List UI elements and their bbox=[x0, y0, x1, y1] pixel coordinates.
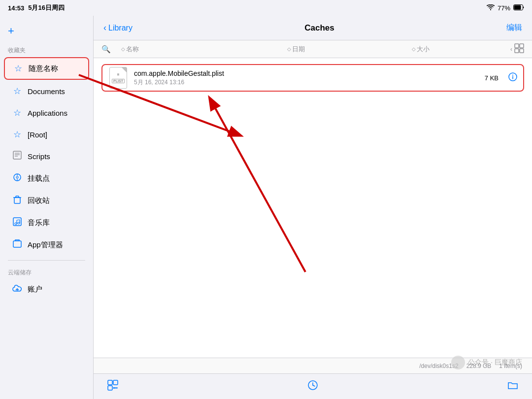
name-sort-arrow: ◇ bbox=[121, 46, 125, 52]
sidebar-label-root: [Root] bbox=[28, 131, 47, 139]
sidebar-item-scripts[interactable]: Scripts bbox=[4, 146, 89, 167]
main-content: ‹ Library Caches 编辑 🔍 ◇ 名称 ◇ 日期 bbox=[94, 16, 532, 399]
col-size-header[interactable]: ◇ 大小 bbox=[412, 45, 495, 54]
bottom-toolbar bbox=[94, 373, 532, 399]
file-info-button-0[interactable] bbox=[508, 72, 517, 83]
svg-rect-25 bbox=[515, 49, 519, 53]
trash-icon bbox=[12, 195, 23, 206]
file-list: ≡ PLIST com.apple.MobileGestalt.plist 5月… bbox=[94, 58, 532, 358]
content-area: + 收藏夹 ☆ 随意名称 ☆ Documents ☆ Applications … bbox=[0, 16, 532, 399]
star-icon-root: ☆ bbox=[12, 129, 23, 140]
sidebar-item-music[interactable]: 音乐库 bbox=[4, 212, 89, 233]
sidebar-item-custom[interactable]: ☆ 随意名称 bbox=[4, 57, 89, 80]
wifi-icon bbox=[487, 3, 495, 12]
edit-button[interactable]: 编辑 bbox=[506, 23, 522, 33]
music-icon bbox=[12, 217, 23, 229]
chevron-left-view-icon: ‹ bbox=[510, 46, 512, 53]
column-headers: 🔍 ◇ 名称 ◇ 日期 ◇ 大小 ‹ bbox=[94, 40, 532, 58]
col-date-header[interactable]: ◇ 日期 bbox=[287, 45, 412, 54]
svg-point-7 bbox=[16, 176, 18, 178]
watermark-icon bbox=[451, 356, 465, 369]
sidebar-divider bbox=[8, 260, 85, 261]
add-button[interactable]: + bbox=[0, 20, 93, 42]
sidebar-label-appmanager: App管理器 bbox=[28, 240, 63, 250]
toolbar-grid-button[interactable] bbox=[105, 378, 120, 395]
sidebar-label-applications: Applications bbox=[28, 109, 67, 117]
svg-point-28 bbox=[512, 75, 513, 76]
sidebar-label-music: 音乐库 bbox=[28, 218, 50, 228]
back-label: Library bbox=[108, 24, 133, 33]
watermark: 公众号 · 巨魔商店 bbox=[451, 356, 522, 369]
file-date-0: 5月 16, 2024 13:16 bbox=[134, 78, 479, 87]
sidebar-item-appmanager[interactable]: App管理器 bbox=[4, 234, 89, 256]
svg-line-37 bbox=[313, 385, 315, 386]
plus-icon: + bbox=[8, 25, 14, 37]
date-sort-arrow: ◇ bbox=[287, 46, 291, 52]
status-right: 77% bbox=[487, 3, 524, 12]
status-bar: 14:53 5月16日周四 77% bbox=[0, 0, 532, 16]
file-info-0: com.apple.MobileGestalt.plist 5月 16, 202… bbox=[134, 69, 479, 87]
svg-rect-21 bbox=[13, 241, 21, 247]
nav-header: ‹ Library Caches 编辑 bbox=[94, 16, 532, 40]
svg-rect-24 bbox=[520, 44, 524, 48]
favorites-section-title: 收藏夹 bbox=[0, 42, 93, 57]
cloud-section-title: 云端储存 bbox=[0, 265, 93, 279]
file-size-0: 7 KB bbox=[485, 74, 502, 82]
col-name-header[interactable]: ◇ 名称 bbox=[121, 45, 287, 54]
plist-file-icon: ≡ PLIST bbox=[109, 67, 127, 89]
svg-line-20 bbox=[17, 220, 20, 220]
svg-rect-10 bbox=[14, 198, 20, 203]
grid-view-icon bbox=[514, 43, 524, 55]
toolbar-folder-button[interactable] bbox=[505, 378, 520, 395]
file-icon-plist: ≡ PLIST bbox=[108, 68, 128, 88]
sidebar-label-trash: 回收站 bbox=[28, 196, 50, 205]
svg-rect-23 bbox=[515, 44, 519, 48]
battery-percentage: 77% bbox=[498, 4, 510, 12]
scripts-icon bbox=[12, 151, 23, 162]
sidebar: + 收藏夹 ☆ 随意名称 ☆ Documents ☆ Applications … bbox=[0, 16, 94, 399]
search-col: 🔍 bbox=[101, 45, 121, 54]
svg-rect-31 bbox=[113, 380, 118, 385]
sidebar-item-documents[interactable]: ☆ Documents bbox=[4, 81, 89, 101]
chevron-left-icon: ‹ bbox=[103, 23, 106, 33]
sidebar-label-scripts: Scripts bbox=[28, 152, 50, 161]
star-icon-documents: ☆ bbox=[12, 86, 23, 97]
sidebar-item-account[interactable]: 账户 bbox=[4, 279, 89, 299]
page-title: Caches bbox=[304, 23, 334, 33]
sidebar-item-applications[interactable]: ☆ Applications bbox=[4, 102, 89, 123]
star-icon-applications: ☆ bbox=[12, 107, 23, 118]
svg-rect-32 bbox=[108, 386, 112, 390]
battery-icon bbox=[513, 3, 524, 12]
star-icon-custom: ☆ bbox=[13, 63, 24, 74]
sidebar-label-mounts: 挂载点 bbox=[28, 174, 50, 183]
sidebar-label-account: 账户 bbox=[28, 285, 42, 294]
appmanager-icon bbox=[12, 239, 23, 251]
toolbar-clock-button[interactable] bbox=[305, 378, 320, 395]
sidebar-item-root[interactable]: ☆ [Root] bbox=[4, 124, 89, 145]
col-size-label: 大小 bbox=[417, 45, 430, 54]
cloud-icon bbox=[12, 284, 23, 295]
svg-rect-2 bbox=[13, 151, 21, 159]
svg-rect-1 bbox=[514, 5, 521, 10]
file-name-0: com.apple.MobileGestalt.plist bbox=[134, 69, 479, 77]
svg-rect-26 bbox=[520, 49, 524, 53]
col-view-header[interactable]: ‹ bbox=[495, 43, 524, 55]
svg-point-34 bbox=[113, 387, 115, 389]
sidebar-item-trash[interactable]: 回收站 bbox=[4, 190, 89, 211]
size-sort-arrow: ◇ bbox=[412, 46, 416, 52]
svg-rect-30 bbox=[108, 380, 112, 385]
col-name-label: 名称 bbox=[126, 45, 139, 54]
status-date: 5月16日周四 bbox=[28, 3, 65, 12]
sidebar-label-custom: 随意名称 bbox=[29, 64, 58, 73]
search-icon[interactable]: 🔍 bbox=[101, 45, 111, 53]
sidebar-label-documents: Documents bbox=[28, 87, 65, 96]
watermark-text: 公众号 · 巨魔商店 bbox=[468, 358, 522, 367]
col-date-label: 日期 bbox=[292, 45, 305, 54]
file-item-0[interactable]: ≡ PLIST com.apple.MobileGestalt.plist 5月… bbox=[101, 64, 524, 92]
app-container: + 收藏夹 ☆ 随意名称 ☆ Documents ☆ Applications … bbox=[0, 16, 532, 399]
sidebar-item-mounts[interactable]: 挂载点 bbox=[4, 168, 89, 189]
status-time: 14:53 bbox=[8, 4, 24, 12]
mounts-icon bbox=[12, 173, 23, 184]
back-button[interactable]: ‹ Library bbox=[103, 23, 133, 33]
